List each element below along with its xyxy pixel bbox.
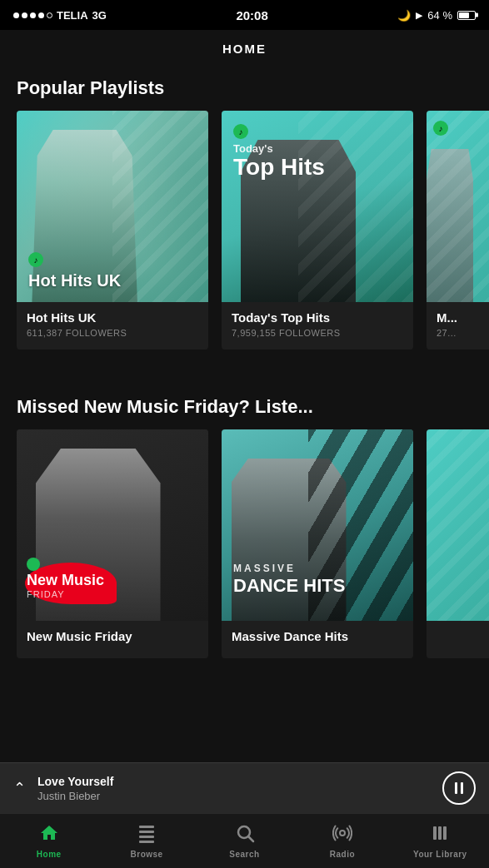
today-label: Today's: [233, 142, 325, 155]
playlist-info-mdh: Massive Dance Hits: [222, 621, 413, 658]
playlist-info-tth: Today's Top Hits 7,959,155 FOLLOWERS: [222, 302, 413, 350]
carrier-label: TELIA: [57, 9, 88, 22]
svg-rect-0: [139, 826, 154, 828]
missed-playlists-scroll[interactable]: New Music FRIDAY New Music Friday MASSIV…: [0, 429, 489, 675]
playlist-followers-tth: 7,959,155 FOLLOWERS: [232, 328, 403, 338]
missed-section-title: Missed New Music Friday? Liste...: [0, 383, 489, 429]
browse-icon: [137, 823, 157, 846]
playlist-card-img-partial-2: [427, 429, 489, 621]
playlist-card-img-partial: [427, 111, 489, 302]
playlist-card-partial-2[interactable]: [427, 429, 489, 658]
playlist-card-todays-top-hits[interactable]: Today's Top Hits Today's Top Hits 7,959,…: [222, 111, 413, 350]
card-label-tth: Today's Top Hits: [233, 124, 325, 181]
playlist-info-hh: Hot Hits UK 611,387 FOLLOWERS: [17, 302, 208, 350]
nav-label-home: Home: [37, 850, 62, 859]
playlist-card-img-nmf: New Music FRIDAY: [17, 429, 208, 621]
moon-icon: 🌙: [397, 9, 411, 22]
playlist-card-img-hot-hits-uk: Hot Hits UK: [17, 111, 208, 302]
nmf-title: New Music: [27, 573, 104, 589]
playlist-name-nmf: New Music Friday: [27, 629, 198, 643]
nav-item-radio[interactable]: Radio: [293, 814, 391, 868]
svg-rect-3: [139, 841, 154, 843]
nav-item-browse[interactable]: Browse: [97, 814, 195, 868]
playlist-card-partial[interactable]: M... 27...: [427, 111, 489, 350]
playlist-info-nmf: New Music Friday: [17, 621, 208, 658]
playlist-info-partial: M... 27...: [427, 302, 489, 350]
network-label: 3G: [92, 9, 107, 22]
svg-rect-1: [139, 831, 154, 833]
playlist-card-hot-hits-uk[interactable]: Hot Hits UK Hot Hits UK 611,387 FOLLOWER…: [17, 111, 208, 350]
spotify-logo-hh: [28, 252, 43, 267]
card-label-hh: Hot Hits UK: [28, 252, 121, 290]
playlist-name-tth: Today's Top Hits: [232, 310, 403, 325]
svg-point-6: [340, 831, 345, 836]
nmf-sub: FRIDAY: [27, 589, 104, 599]
svg-rect-8: [438, 826, 442, 840]
top-hits-label: Top Hits: [233, 155, 325, 181]
playlist-card-img-mdh: MASSIVE DANCE HITS: [222, 429, 413, 621]
signal-dots: [13, 12, 52, 18]
home-icon: [39, 823, 59, 846]
nmf-label: New Music FRIDAY: [27, 558, 104, 599]
nav-label-library: Your Library: [413, 850, 467, 859]
popular-playlists-scroll[interactable]: Hot Hits UK Hot Hits UK 611,387 FOLLOWER…: [0, 111, 489, 366]
missed-section: Missed New Music Friday? Liste... New Mu…: [0, 383, 489, 675]
battery-icon: [457, 11, 476, 20]
mdh-label: MASSIVE DANCE HITS: [233, 563, 345, 596]
now-playing-artist: Justin Bieber: [37, 790, 442, 802]
status-left: TELIA 3G: [13, 9, 107, 22]
pause-icon: [455, 782, 463, 794]
radio-icon: [332, 823, 352, 846]
playlist-followers-hh: 611,387 FOLLOWERS: [27, 328, 198, 338]
nav-label-radio: Radio: [330, 850, 355, 859]
now-playing-track: Love Yourself: [37, 775, 442, 788]
now-playing-info: Love Yourself Justin Bieber: [37, 775, 442, 802]
status-bar: TELIA 3G 20:08 🌙 ▶ 64 %: [0, 0, 489, 30]
svg-rect-7: [433, 826, 437, 840]
playlist-card-img-tth: Today's Top Hits: [222, 111, 413, 302]
time-display: 20:08: [236, 8, 267, 22]
nav-label-search: Search: [229, 850, 259, 859]
playlist-name-mdh: Massive Dance Hits: [232, 629, 403, 643]
spotify-logo-tth: [233, 124, 248, 139]
nmf-spotify-logo: [27, 558, 40, 571]
nav-item-your-library[interactable]: Your Library: [392, 814, 489, 868]
page-title: HOME: [0, 30, 489, 64]
playlist-card-mdh[interactable]: MASSIVE DANCE HITS Massive Dance Hits: [222, 429, 413, 658]
playlist-name-partial: M...: [437, 310, 483, 325]
playlist-name-hh: Hot Hits UK: [27, 310, 198, 325]
mdh-massive: MASSIVE: [233, 563, 345, 574]
nav-item-home[interactable]: Home: [0, 814, 97, 868]
mdh-title: DANCE HITS: [233, 576, 345, 596]
nav-item-search[interactable]: Search: [196, 814, 293, 868]
search-icon: [235, 823, 255, 846]
library-icon: [430, 823, 450, 846]
battery-percent: 64 %: [427, 9, 452, 22]
popular-playlists-title: Popular Playlists: [0, 64, 489, 111]
status-right: 🌙 ▶ 64 %: [397, 9, 476, 22]
pause-button[interactable]: [442, 771, 476, 805]
svg-rect-2: [139, 836, 154, 838]
location-icon: ▶: [416, 10, 422, 21]
nav-label-browse: Browse: [131, 850, 163, 859]
playlist-followers-partial: 27...: [437, 328, 483, 338]
spotify-logo-partial: [433, 121, 448, 136]
now-playing-bar[interactable]: ⌃ Love Yourself Justin Bieber: [0, 762, 489, 813]
popular-playlists-section: Popular Playlists Hot Hits UK Hot Hits U…: [0, 64, 489, 366]
bottom-nav: Home Browse Search: [0, 813, 489, 868]
card-overlay-title-hh: Hot Hits UK: [28, 270, 121, 290]
svg-line-5: [248, 837, 253, 842]
expand-player-chevron[interactable]: ⌃: [13, 779, 26, 797]
playlist-card-nmf[interactable]: New Music FRIDAY New Music Friday: [17, 429, 208, 658]
svg-rect-9: [443, 826, 447, 840]
